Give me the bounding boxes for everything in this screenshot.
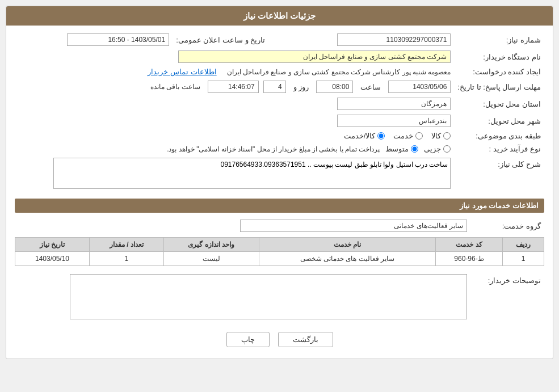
- radio-kala-input[interactable]: [443, 132, 451, 140]
- services-section-title: اطلاعات خدمات مورد نیاز: [15, 199, 544, 213]
- tosifat-cell: [15, 272, 470, 323]
- radio-kala-khadamat-label: کالا/خدمت: [344, 132, 376, 140]
- radio-kala-khadamat-input[interactable]: [377, 132, 385, 140]
- baqi-mande-label: ساعت باقی مانده: [150, 83, 200, 91]
- table-cell-4: 1: [89, 252, 163, 266]
- name-dastgah-label: نام دستگاه خریدار:: [454, 48, 544, 65]
- mohlet-ersal-cell: ساعت روز و ساعت باقی مانده: [15, 78, 454, 95]
- radio-motevaset-input[interactable]: [411, 145, 418, 153]
- back-button[interactable]: بازگشت: [278, 332, 333, 347]
- table-cell-0: 1: [502, 252, 544, 266]
- shomara-input[interactable]: [337, 33, 451, 46]
- radio-kala-label: کالا: [431, 132, 441, 140]
- col-radif: ردیف: [502, 238, 544, 252]
- noe-farayand-note: پرداخت تمام یا بخشی از مبلغ خریدار از مح…: [167, 145, 380, 153]
- tarikh-elan-input[interactable]: [67, 33, 169, 46]
- group-khadamat-input[interactable]: [240, 220, 467, 232]
- print-button[interactable]: چاپ: [226, 332, 270, 347]
- radio-kala-khadamat[interactable]: کالا/خدمت: [344, 132, 385, 140]
- tosifat-table: توصیحات خریدار:: [15, 272, 544, 323]
- tarikh-elan-label: تاریخ و ساعت اعلان عمومی:: [173, 31, 268, 48]
- group-khadamat-label: گروه خدمت:: [470, 217, 544, 234]
- saat-input[interactable]: [316, 81, 353, 93]
- radio-jozi-input[interactable]: [443, 145, 451, 153]
- sharh-label: شرح کلی نیاز:: [454, 155, 544, 193]
- tabagheh-label: طبقه بندی موضوعی:: [454, 129, 544, 142]
- shahr-cell: [15, 112, 454, 129]
- date-input[interactable]: [388, 81, 451, 93]
- sharh-textarea[interactable]: ساخت درب استیل ولوا تابلو طبق لیست پیوست…: [53, 158, 451, 189]
- saat-label: ساعت: [360, 83, 381, 91]
- ijad-konande-cell: معصومه شنبه پور کارشناس شرکت مجتمع کشتی …: [15, 65, 454, 78]
- rooz-label: روز و: [293, 83, 309, 91]
- col-name: نام خدمت: [259, 238, 436, 252]
- noe-farayand-cell: جزیی متوسط پرداخت تمام یا بخشی از مبلغ خ…: [15, 142, 454, 155]
- tosifat-label: توصیحات خریدار:: [470, 272, 544, 323]
- noe-farayand-label: نوع فرآیند خرید :: [454, 142, 544, 155]
- mohlet-ersal-label: مهلت ارسال پاسخ: تا تاریخ:: [454, 78, 544, 95]
- button-bar: بازگشت چاپ: [15, 323, 544, 353]
- ostan-cell: [15, 95, 454, 112]
- radio-motevaset-label: متوسط: [385, 145, 409, 153]
- services-table: ردیف کد خدمت نام خدمت واحد اندازه گیری ت…: [15, 237, 544, 266]
- table-row: 1ط-96-960سایر فعالیت های خدماتی شخصیلیست…: [15, 252, 544, 266]
- col-vahed: واحد اندازه گیری: [163, 238, 259, 252]
- shomara-value-cell: [280, 31, 454, 48]
- tarikh-elan-cell: [15, 31, 173, 48]
- col-kod: کد خدمت: [436, 238, 503, 252]
- shomara-label: شماره نیاز:: [454, 31, 544, 48]
- shahr-label: شهر محل تحویل:: [454, 112, 544, 129]
- radio-khadamat[interactable]: خدمت: [393, 132, 423, 140]
- radio-jozi[interactable]: جزیی: [424, 145, 451, 153]
- col-tarikh: تاریخ نیاز: [15, 238, 90, 252]
- ijad-konande-label: ایجاد کننده درخواست:: [454, 65, 544, 78]
- page-wrapper: جزئیات اطلاعات نیاز شماره نیاز: تاریخ و …: [0, 0, 559, 392]
- etelaat-tamas-link[interactable]: اطلاعات تماس خریدار: [148, 68, 216, 76]
- radio-motevaset[interactable]: متوسط: [385, 145, 418, 153]
- table-cell-3: لیست: [163, 252, 259, 266]
- tosifat-textarea[interactable]: [70, 274, 467, 319]
- radio-khadamat-input[interactable]: [415, 132, 423, 140]
- baqi-mande-input[interactable]: [208, 81, 259, 93]
- radio-jozi-label: جزیی: [424, 145, 441, 153]
- tabagheh-cell: کالا خدمت کالا/خدمت: [15, 129, 454, 142]
- table-cell-1: ط-96-960: [436, 252, 503, 266]
- content-area: شماره نیاز: تاریخ و ساعت اعلان عمومی: نا…: [6, 26, 553, 359]
- ostan-label: استان محل تحویل:: [454, 95, 544, 112]
- ijad-konande-value: معصومه شنبه پور کارشناس شرکت مجتمع کشتی …: [227, 68, 451, 76]
- services-form-table: گروه خدمت:: [15, 217, 544, 234]
- group-khadamat-cell: [15, 217, 470, 234]
- name-dastgah-cell: [15, 48, 454, 65]
- top-info-table: شماره نیاز: تاریخ و ساعت اعلان عمومی: نا…: [15, 31, 544, 193]
- table-cell-5: 1403/05/10: [15, 252, 90, 266]
- shahr-input[interactable]: [337, 115, 451, 127]
- sharh-cell: ساخت درب استیل ولوا تابلو طبق لیست پیوست…: [15, 155, 454, 193]
- rooz-input[interactable]: [263, 81, 286, 93]
- table-cell-2: سایر فعالیت های خدماتی شخصی: [259, 252, 436, 266]
- main-container: جزئیات اطلاعات نیاز شماره نیاز: تاریخ و …: [6, 6, 553, 359]
- col-tedad: تعداد / مقدار: [89, 238, 163, 252]
- name-dastgah-input[interactable]: [178, 50, 451, 63]
- page-title: جزئیات اطلاعات نیاز: [6, 6, 553, 26]
- radio-khadamat-label: خدمت: [393, 132, 413, 140]
- ostan-input[interactable]: [337, 98, 451, 110]
- radio-kala[interactable]: کالا: [431, 132, 451, 140]
